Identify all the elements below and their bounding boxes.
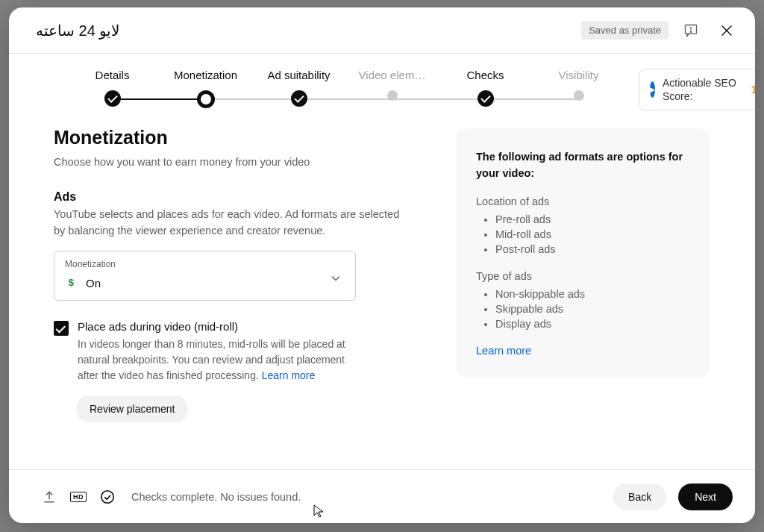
learn-more-link[interactable]: Learn more bbox=[476, 345, 531, 357]
step-details[interactable]: Details bbox=[66, 69, 159, 107]
list-item: Post-roll ads bbox=[495, 242, 691, 257]
list-item: Skippable ads bbox=[495, 301, 691, 316]
list-item: Mid-roll ads bbox=[495, 227, 691, 242]
close-icon[interactable] bbox=[713, 17, 740, 44]
step-ad-suitability[interactable]: Ad suitability bbox=[252, 69, 345, 107]
page-title: Monetization bbox=[54, 127, 404, 148]
monetization-select[interactable]: Monetization $ On bbox=[54, 251, 356, 301]
review-placement-button[interactable]: Review placement bbox=[76, 395, 188, 422]
dialog-footer: HD Checks complete. No issues found. Bac… bbox=[9, 469, 755, 523]
svg-point-6 bbox=[101, 490, 114, 503]
learn-more-link[interactable]: Learn more bbox=[262, 369, 316, 381]
back-button[interactable]: Back bbox=[613, 484, 666, 510]
step-checks[interactable]: Checks bbox=[439, 69, 532, 107]
step-video-elements[interactable]: Video elem… bbox=[345, 69, 439, 101]
seo-label: Actionable SEOScore: bbox=[663, 76, 736, 103]
step-connector bbox=[110, 98, 206, 100]
step-dot-icon bbox=[574, 90, 584, 101]
seo-icon: ▶ bbox=[650, 81, 655, 98]
step-visibility[interactable]: Visibility bbox=[532, 69, 625, 101]
midroll-checkbox[interactable] bbox=[54, 321, 69, 336]
dialog-body: Monetization Choose how you want to earn… bbox=[9, 110, 755, 469]
check-icon bbox=[291, 90, 307, 107]
main-column: Monetization Choose how you want to earn… bbox=[54, 116, 404, 454]
dialog-header: لايو 24 ساعته Saved as private bbox=[9, 7, 755, 54]
svg-text:$: $ bbox=[69, 277, 75, 288]
stepper: Details Monetization Ad suitability Vide… bbox=[66, 69, 625, 108]
info-group2-list: Non-skippable ads Skippable ads Display … bbox=[476, 287, 691, 331]
stepper-row: Details Monetization Ad suitability Vide… bbox=[9, 54, 755, 110]
info-lead: The following ad formats are options for… bbox=[476, 149, 691, 182]
list-item: Pre-roll ads bbox=[495, 212, 691, 227]
page-subtitle: Choose how you want to earn money from y… bbox=[54, 154, 404, 171]
midroll-label: Place ads during video (mid-roll) bbox=[78, 320, 238, 333]
select-label: Monetization bbox=[65, 259, 345, 269]
seo-score-card[interactable]: ▶ Actionable SEOScore: 16.6/5 bbox=[639, 69, 755, 110]
step-dot-icon bbox=[387, 90, 398, 101]
svg-point-2 bbox=[690, 31, 691, 32]
seo-score-value: 16.6 bbox=[751, 84, 755, 96]
feedback-icon[interactable] bbox=[677, 17, 704, 44]
step-monetization[interactable]: Monetization bbox=[159, 69, 252, 108]
current-step-icon bbox=[197, 90, 215, 108]
hd-badge: HD bbox=[70, 492, 87, 502]
video-title: لايو 24 ساعته bbox=[36, 22, 572, 40]
info-group2-title: Type of ads bbox=[476, 270, 691, 282]
info-group1-title: Location of ads bbox=[476, 195, 691, 207]
dollar-icon: $ bbox=[65, 275, 78, 291]
select-value-row: $ On bbox=[65, 275, 345, 291]
save-status-badge: Saved as private bbox=[581, 21, 668, 40]
select-value-text: On bbox=[86, 277, 101, 290]
midroll-checkbox-row: Place ads during video (mid-roll) In vid… bbox=[54, 320, 404, 384]
checks-complete-icon bbox=[98, 488, 116, 506]
list-item: Display ads bbox=[495, 316, 691, 331]
ads-description: YouTube selects and places ads for each … bbox=[54, 207, 404, 240]
list-item: Non-skippable ads bbox=[495, 287, 691, 301]
midroll-text: Place ads during video (mid-roll) In vid… bbox=[78, 320, 346, 384]
upload-icon[interactable] bbox=[40, 488, 58, 506]
info-column: The following ad formats are options for… bbox=[457, 116, 710, 454]
ads-heading: Ads bbox=[54, 190, 404, 204]
checks-status-text: Checks complete. No issues found. bbox=[131, 491, 601, 503]
upload-dialog: لايو 24 ساعته Saved as private Details M… bbox=[9, 7, 755, 523]
info-group1-list: Pre-roll ads Mid-roll ads Post-roll ads bbox=[476, 212, 691, 257]
check-icon bbox=[478, 90, 494, 107]
next-button[interactable]: Next bbox=[678, 484, 733, 510]
midroll-description: In videos longer than 8 minutes, mid-rol… bbox=[78, 337, 346, 384]
chevron-down-icon bbox=[328, 271, 343, 289]
check-icon bbox=[104, 90, 121, 107]
ad-formats-card: The following ad formats are options for… bbox=[457, 128, 710, 378]
